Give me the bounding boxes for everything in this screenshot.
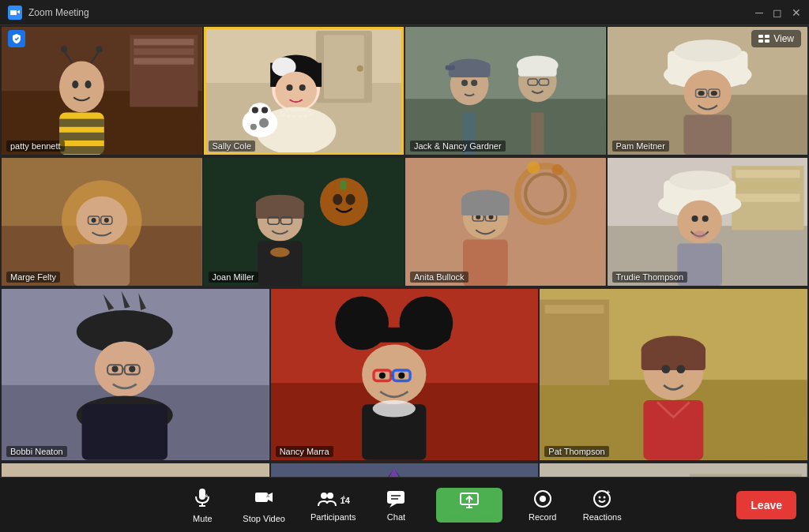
chat-button[interactable]: Chat	[368, 482, 423, 528]
svg-point-115	[669, 170, 730, 189]
video-icon	[254, 487, 274, 508]
svg-point-50	[471, 80, 477, 86]
share-screen-label: Share Screen	[442, 511, 495, 521]
record-button[interactable]: Record	[515, 482, 570, 528]
video-chevron[interactable]: ▲	[265, 492, 271, 499]
close-icon[interactable]: ✕	[792, 6, 801, 19]
mute-label: Mute	[193, 514, 212, 523]
participants-chevron[interactable]: ▲	[341, 493, 347, 500]
svg-rect-80	[204, 158, 404, 286]
view-button[interactable]: View	[751, 30, 801, 47]
stop-video-label: Stop Video	[243, 514, 285, 523]
svg-point-228	[599, 496, 601, 498]
mute-chevron[interactable]: ▲	[203, 492, 209, 499]
video-feed-joan	[204, 158, 404, 286]
svg-point-117	[691, 215, 698, 222]
maximize-icon[interactable]: ◻	[773, 6, 782, 19]
svg-rect-4	[765, 39, 769, 43]
svg-point-226	[540, 496, 546, 502]
video-cell-pat[interactable]: Pat Thompson	[540, 289, 807, 460]
video-cell-sally[interactable]: Sally Cole	[204, 27, 404, 155]
svg-point-20	[72, 81, 78, 88]
svg-marker-218	[389, 504, 397, 508]
video-cell-trudie[interactable]: Trudie Thompson	[608, 158, 808, 286]
svg-point-92	[270, 248, 289, 257]
svg-rect-17	[59, 119, 104, 127]
participant-visual-bobbi	[2, 289, 269, 460]
participant-visual-patty	[2, 27, 202, 155]
svg-rect-2	[765, 35, 769, 38]
participant-visual-trudie	[608, 158, 808, 286]
video-cell-anita[interactable]: Anita Bullock	[405, 158, 606, 286]
svg-rect-19	[59, 146, 104, 154]
svg-point-26	[356, 66, 363, 72]
svg-point-144	[378, 373, 385, 379]
svg-point-13	[61, 46, 67, 52]
microphone-icon	[192, 487, 213, 508]
svg-point-38	[251, 107, 258, 113]
participants-button[interactable]: 14 ▲ Participants	[298, 482, 368, 528]
participant-visual-gardner	[405, 27, 606, 155]
reactions-icon: +	[592, 489, 612, 509]
reactions-label: Reactions	[583, 512, 622, 522]
svg-rect-110	[736, 170, 800, 178]
video-cell-bobbi[interactable]: Bobbi Neaton	[2, 289, 269, 460]
svg-point-84	[345, 194, 355, 205]
svg-point-157	[677, 365, 686, 374]
participant-name-anita: Anita Bullock	[410, 272, 468, 283]
svg-rect-10	[134, 58, 194, 65]
minimize-icon[interactable]: ─	[755, 6, 763, 19]
svg-rect-47	[446, 66, 455, 70]
participant-name-pat: Pat Thompson	[544, 446, 608, 457]
svg-rect-8	[134, 39, 194, 45]
svg-rect-139	[348, 328, 450, 343]
video-feed-bobbi	[2, 289, 269, 460]
video-grid: patty bennett	[0, 25, 809, 477]
video-cell-joan[interactable]: Joan Miller	[204, 158, 404, 286]
video-row-2: Marge Felty	[2, 158, 807, 286]
video-cell-nancy[interactable]: Nancy Marra	[271, 289, 539, 460]
leave-button[interactable]: Leave	[736, 491, 796, 519]
participant-name-bobbi: Bobbi Neaton	[6, 446, 67, 457]
stop-video-button[interactable]: ▲ Stop Video	[230, 481, 298, 530]
svg-rect-79	[73, 245, 130, 287]
zoom-logo-icon	[8, 6, 22, 20]
video-cell-gardner[interactable]: Jack & Nancy Gardner	[405, 27, 606, 155]
mute-button[interactable]: ▲ Mute	[175, 481, 230, 530]
svg-rect-7	[130, 35, 198, 107]
record-label: Record	[529, 512, 556, 522]
svg-rect-3	[758, 39, 763, 43]
app-title: Zoom Meeting	[28, 7, 89, 18]
svg-rect-217	[387, 491, 404, 504]
reactions-button[interactable]: + Reactions	[570, 482, 634, 528]
svg-rect-87	[255, 201, 303, 219]
svg-point-119	[693, 231, 706, 239]
svg-point-68	[710, 91, 717, 96]
window-controls: ─ ◻ ✕	[755, 6, 801, 19]
share-screen-icon	[459, 489, 480, 510]
svg-point-37	[248, 103, 270, 122]
participant-name-gardner: Jack & Nancy Gardner	[410, 140, 506, 152]
svg-rect-69	[683, 115, 732, 155]
svg-rect-152	[545, 319, 604, 328]
video-feed-gardner	[405, 27, 606, 155]
video-cell-patty[interactable]: patty bennett	[2, 27, 202, 155]
video-cell-marge[interactable]: Marge Felty	[2, 158, 202, 286]
svg-rect-53	[518, 62, 557, 77]
svg-rect-106	[463, 240, 508, 287]
participant-visual-joan	[204, 158, 404, 286]
participant-visual-pat	[540, 289, 807, 460]
toolbar: ▲ Mute ▲ Stop Video 14 ▲ Participants	[0, 477, 809, 532]
svg-point-63	[683, 70, 732, 115]
participant-visual-marge	[2, 158, 202, 286]
video-row-3: Bobbi Neaton	[2, 289, 807, 460]
participant-name-joan: Joan Miller	[209, 272, 258, 283]
participants-label: Participants	[310, 512, 356, 522]
svg-rect-46	[449, 63, 491, 77]
record-icon	[532, 489, 553, 509]
video-feed-patty	[2, 27, 202, 155]
share-screen-button[interactable]: Share Screen	[423, 481, 514, 529]
video-feed-pat	[540, 289, 807, 460]
participant-name-marge: Marge Felty	[6, 272, 60, 283]
svg-point-216	[327, 493, 333, 499]
